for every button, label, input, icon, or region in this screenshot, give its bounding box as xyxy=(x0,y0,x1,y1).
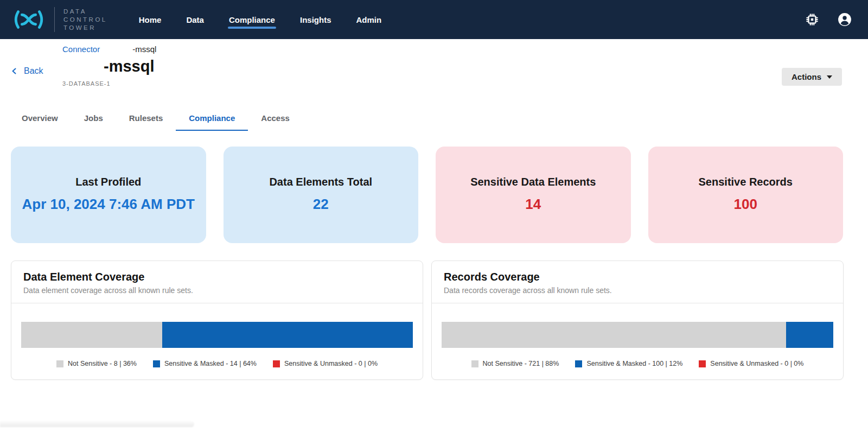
chip-icon[interactable] xyxy=(805,12,819,27)
delphix-logo-icon xyxy=(12,9,46,30)
stat-card-data-elements-total: Data Elements Total22 xyxy=(224,147,419,243)
legend-label: Sensitive & Masked - 100 | 12% xyxy=(586,360,682,367)
brand-line: CONTROL xyxy=(63,16,107,23)
tab-rulesets[interactable]: Rulesets xyxy=(116,106,176,131)
stat-card-title: Sensitive Data Elements xyxy=(470,176,596,188)
legend-swatch xyxy=(153,360,160,367)
legend-swatch xyxy=(56,360,63,367)
nav-item-compliance[interactable]: Compliance xyxy=(229,0,275,39)
navbar-right xyxy=(805,12,852,27)
stat-card-value: Apr 10, 2024 7:46 AM PDT xyxy=(22,195,195,214)
brand-wordmark: DATACONTROLTOWER xyxy=(63,8,107,31)
legend-label: Sensitive & Masked - 14 | 64% xyxy=(164,360,257,367)
bar-segment-sensitive-masked xyxy=(162,322,413,348)
chart-subtitle: Data element coverage across all known r… xyxy=(23,286,411,295)
stacked-bar xyxy=(442,322,833,348)
legend-item-sensitive-masked: Sensitive & Masked - 14 | 64% xyxy=(153,360,257,367)
legend-label: Sensitive & Unmasked - 0 | 0% xyxy=(284,360,378,367)
brand-logo[interactable]: DATACONTROLTOWER xyxy=(12,7,107,32)
stat-card-value: 100 xyxy=(734,195,757,214)
chart-legend: Not Sensitive - 8 | 36%Sensitive & Maske… xyxy=(11,360,423,377)
actions-button[interactable]: Actions xyxy=(782,68,842,86)
breadcrumb-current: -mssql xyxy=(132,45,156,54)
brand-divider xyxy=(54,7,55,32)
legend-item-sensitive-unmasked: Sensitive & Unmasked - 0 | 0% xyxy=(273,360,378,367)
account-icon[interactable] xyxy=(838,12,852,27)
legend-item-sensitive-unmasked: Sensitive & Unmasked - 0 | 0% xyxy=(699,360,803,367)
stat-card-last-profiled: Last ProfiledApr 10, 2024 7:46 AM PDT xyxy=(11,147,206,243)
caret-down-icon xyxy=(827,75,832,79)
stat-card-value: 22 xyxy=(313,195,329,214)
breadcrumb: Connector -mssql xyxy=(62,45,156,54)
chart-card-data-element-coverage: Data Element CoverageData element covera… xyxy=(11,261,423,380)
coverage-charts-row: Data Element CoverageData element covera… xyxy=(11,261,844,380)
page-header: Back Connector -mssql -mssql 3-DATABASE-… xyxy=(0,39,868,100)
nav-item-data[interactable]: Data xyxy=(186,0,204,39)
top-navbar: DATACONTROLTOWER HomeDataComplianceInsig… xyxy=(0,0,868,39)
nav-item-admin[interactable]: Admin xyxy=(356,0,381,39)
legend-label: Not Sensitive - 8 | 36% xyxy=(68,360,137,367)
nav-item-insights[interactable]: Insights xyxy=(300,0,331,39)
legend-swatch xyxy=(575,360,582,367)
stacked-bar xyxy=(21,322,413,348)
stat-card-sensitive-records: Sensitive Records100 xyxy=(648,147,844,243)
legend-item-not-sensitive: Not Sensitive - 8 | 36% xyxy=(56,360,137,367)
chart-title: Records Coverage xyxy=(444,271,831,283)
chart-header: Data Element CoverageData element covera… xyxy=(11,261,423,303)
breadcrumb-connector-link[interactable]: Connector xyxy=(62,45,100,54)
tab-jobs[interactable]: Jobs xyxy=(71,106,116,131)
tab-compliance[interactable]: Compliance xyxy=(176,106,248,131)
chart-legend: Not Sensitive - 721 | 88%Sensitive & Mas… xyxy=(432,360,843,377)
brand-line: DATA xyxy=(63,8,107,15)
stat-cards-row: Last ProfiledApr 10, 2024 7:46 AM PDTDat… xyxy=(11,147,843,243)
bar-segment-not-sensitive xyxy=(442,322,786,348)
page-title: -mssql xyxy=(104,58,156,75)
legend-swatch xyxy=(273,360,280,367)
main-nav: HomeDataComplianceInsightsAdmin xyxy=(139,0,381,39)
page-subtitle: 3-DATABASE-1 xyxy=(62,80,156,87)
tab-access[interactable]: Access xyxy=(248,106,303,131)
stat-card-title: Last Profiled xyxy=(75,176,141,188)
chart-subtitle: Data records coverage across all known r… xyxy=(444,286,831,295)
brand-line: TOWER xyxy=(63,24,107,31)
stat-card-title: Data Elements Total xyxy=(269,176,372,188)
bar-segment-sensitive-masked xyxy=(786,322,833,348)
legend-swatch xyxy=(699,360,706,367)
back-button[interactable]: Back xyxy=(11,66,43,76)
legend-label: Sensitive & Unmasked - 0 | 0% xyxy=(710,360,803,367)
title-block: Connector -mssql -mssql 3-DATABASE-1 xyxy=(62,45,156,87)
chart-header: Records CoverageData records coverage ac… xyxy=(432,261,843,303)
nav-item-home[interactable]: Home xyxy=(139,0,162,39)
stat-card-value: 14 xyxy=(525,195,541,214)
legend-item-sensitive-masked: Sensitive & Masked - 100 | 12% xyxy=(575,360,682,367)
actions-button-label: Actions xyxy=(792,72,821,81)
chart-title: Data Element Coverage xyxy=(23,271,411,283)
tab-overview[interactable]: Overview xyxy=(9,106,71,131)
stat-card-title: Sensitive Records xyxy=(699,176,793,188)
chevron-left-icon xyxy=(11,68,17,74)
bar-segment-not-sensitive xyxy=(21,322,162,348)
legend-label: Not Sensitive - 721 | 88% xyxy=(483,360,559,367)
legend-swatch xyxy=(471,360,478,367)
app-window: DATACONTROLTOWER HomeDataComplianceInsig… xyxy=(0,0,868,432)
detail-tabs: OverviewJobsRulesetsComplianceAccess xyxy=(9,106,868,131)
back-label: Back xyxy=(24,66,43,76)
bottom-shadow-artifact xyxy=(0,421,194,427)
stat-card-sensitive-data-elements: Sensitive Data Elements14 xyxy=(436,147,631,243)
legend-item-not-sensitive: Not Sensitive - 721 | 88% xyxy=(471,360,559,367)
chart-card-records-coverage: Records CoverageData records coverage ac… xyxy=(431,261,844,380)
